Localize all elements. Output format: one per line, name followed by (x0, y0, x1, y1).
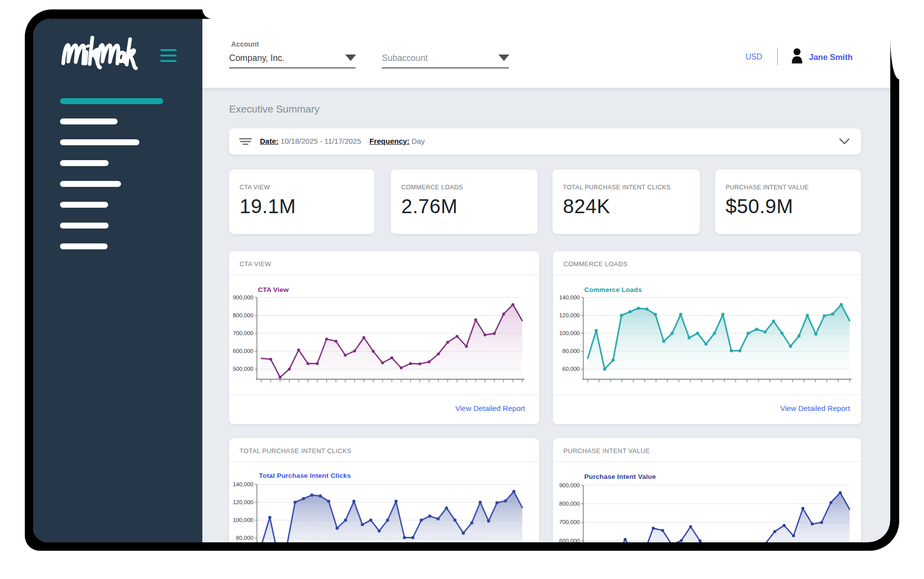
svg-text:120,000: 120,000 (559, 312, 580, 318)
svg-text:800,000: 800,000 (233, 312, 253, 318)
svg-text:700,000: 700,000 (233, 330, 253, 336)
svg-text:500,000: 500,000 (233, 366, 253, 372)
svg-text:600,000: 600,000 (559, 538, 580, 542)
svg-text:120,000: 120,000 (233, 499, 253, 505)
svg-text:60,000: 60,000 (562, 366, 580, 372)
svg-text:100,000: 100,000 (559, 330, 580, 336)
svg-text:900,000: 900,000 (233, 294, 253, 300)
svg-text:80,000: 80,000 (562, 348, 580, 354)
svg-text:900,000: 900,000 (559, 482, 580, 488)
svg-text:80,000: 80,000 (236, 535, 253, 541)
svg-text:800,000: 800,000 (559, 501, 580, 507)
svg-text:140,000: 140,000 (233, 481, 253, 487)
svg-text:600,000: 600,000 (233, 348, 253, 354)
svg-text:140,000: 140,000 (559, 294, 580, 300)
svg-text:700,000: 700,000 (559, 519, 580, 525)
svg-text:100,000: 100,000 (233, 517, 253, 523)
